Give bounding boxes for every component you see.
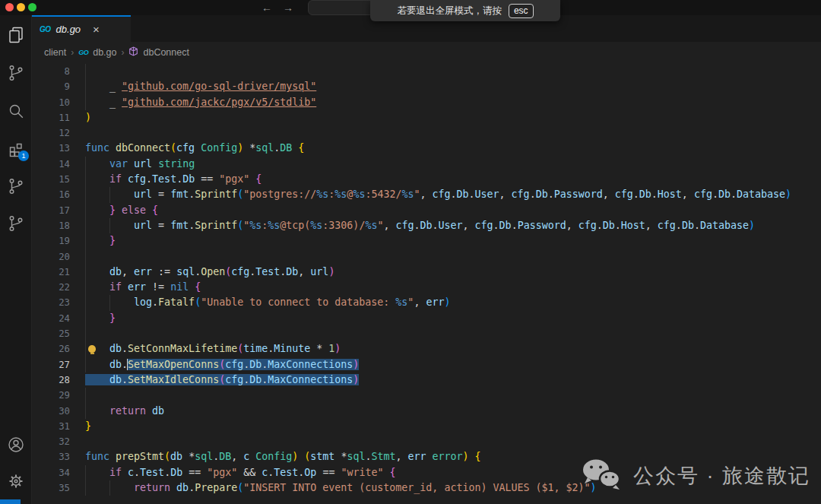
code-line[interactable]: 15 if cfg.Test.Db == "pgx" { xyxy=(32,172,821,187)
line-number: 10 xyxy=(32,95,70,110)
breadcrumb-separator: › xyxy=(71,47,74,58)
line-number: 28 xyxy=(32,372,70,388)
esc-key-hint: esc xyxy=(509,4,534,18)
breadcrumb: client › GO db.go › dbConnect xyxy=(32,42,821,62)
indent-guide xyxy=(85,64,86,79)
close-tab-icon[interactable]: × xyxy=(93,24,100,35)
settings-gear-icon[interactable] xyxy=(7,472,25,490)
indent-guide xyxy=(85,249,86,265)
notification-text: 若要退出全屏模式，请按 xyxy=(397,5,502,17)
close-window-button[interactable] xyxy=(5,3,14,11)
code-line[interactable]: 12 xyxy=(32,125,821,141)
indent-guide xyxy=(85,187,86,202)
indent-guide xyxy=(85,172,86,187)
navigate-back-icon[interactable]: ← xyxy=(259,0,274,15)
code-line[interactable]: 22 if err != nil { xyxy=(32,280,821,295)
code-line[interactable]: 11) xyxy=(32,110,821,125)
wechat-icon xyxy=(580,457,623,495)
code-line[interactable]: 27 db.SetMaxOpenConns(cfg.Db.MaxConnecti… xyxy=(32,357,821,372)
git-fork-secondary-icon[interactable] xyxy=(7,177,25,195)
tab-db-go[interactable]: GO db.go × xyxy=(32,15,131,42)
code-line[interactable]: 19 } xyxy=(32,233,821,249)
breadcrumb-symbol[interactable]: dbConnect xyxy=(143,47,189,58)
breadcrumb-file[interactable]: db.go xyxy=(93,47,116,58)
code-line[interactable]: 10 _ "github.com/jackc/pgx/v5/stdlib" xyxy=(32,95,821,110)
indent-guide xyxy=(85,388,86,403)
code-line[interactable]: 16 url = fmt.Sprintf("postgres://%s:%s@%… xyxy=(32,187,821,202)
line-number: 11 xyxy=(32,110,70,125)
lightbulb-icon[interactable] xyxy=(88,345,96,353)
line-number: 27 xyxy=(32,357,70,372)
code-line[interactable]: 28 db.SetMaxIdleConns(cfg.Db.MaxConnecti… xyxy=(32,372,821,388)
fullscreen-exit-notification: 若要退出全屏模式，请按 esc xyxy=(370,0,560,21)
line-number: 35 xyxy=(32,480,70,496)
line-number: 16 xyxy=(32,187,70,202)
code-editor[interactable]: 89 _ "github.com/go-sql-driver/mysql"10 … xyxy=(32,62,821,504)
status-bar-remote-sliver[interactable] xyxy=(0,499,21,504)
line-number: 33 xyxy=(32,449,70,464)
code-line[interactable]: 29 xyxy=(32,388,821,403)
indent-guide xyxy=(109,218,110,233)
code-line[interactable]: 24 } xyxy=(32,311,821,326)
indent-guide xyxy=(109,480,110,496)
indent-guide xyxy=(85,218,86,233)
tab-label: db.go xyxy=(56,24,81,35)
indent-guide xyxy=(85,326,86,341)
code-line[interactable]: 17 } else { xyxy=(32,203,821,218)
code-line[interactable]: 30 return db xyxy=(32,404,821,419)
line-number: 20 xyxy=(32,249,70,265)
watermark: 公众号 · 旅途散记 xyxy=(580,457,810,495)
line-number: 22 xyxy=(32,280,70,295)
line-number: 34 xyxy=(32,465,70,480)
code-lines: 89 _ "github.com/go-sql-driver/mysql"10 … xyxy=(32,64,821,496)
line-number: 21 xyxy=(32,265,70,280)
minimize-window-button[interactable] xyxy=(17,3,25,11)
breadcrumb-folder[interactable]: client xyxy=(44,47,66,58)
go-file-icon: GO xyxy=(78,49,88,56)
line-number: 14 xyxy=(32,157,70,172)
line-number: 30 xyxy=(32,404,70,419)
line-number: 13 xyxy=(32,141,70,156)
indent-guide xyxy=(85,357,86,372)
search-icon[interactable] xyxy=(7,102,25,120)
line-number: 12 xyxy=(32,125,70,141)
vscode-window: ← → 若要退出全屏模式，请按 esc 1 xyxy=(0,0,821,504)
indent-guide xyxy=(85,311,86,326)
code-line[interactable]: 31} xyxy=(32,419,821,434)
code-line[interactable]: 13func dbConnect(cfg Config) *sql.DB { xyxy=(32,141,821,156)
line-number: 23 xyxy=(32,295,70,310)
indent-guide xyxy=(85,79,86,94)
code-line[interactable]: 20 xyxy=(32,249,821,265)
indent-guide xyxy=(85,95,86,110)
navigate-forward-icon[interactable]: → xyxy=(281,0,296,15)
line-number: 26 xyxy=(32,341,70,357)
code-line[interactable]: 9 _ "github.com/go-sql-driver/mysql" xyxy=(32,79,821,94)
code-line[interactable]: 14 var url string xyxy=(32,157,821,172)
source-control-icon[interactable] xyxy=(7,64,25,82)
code-line[interactable]: 21 db, err := sql.Open(cfg.Test.Db, url) xyxy=(32,265,821,280)
code-line[interactable]: 32 xyxy=(32,434,821,449)
code-line[interactable]: 26 db.SetConnMaxLifetime(time.Minute * 1… xyxy=(32,341,821,357)
account-icon[interactable] xyxy=(7,436,25,454)
code-line[interactable]: 25 xyxy=(32,326,821,341)
indent-guide xyxy=(85,480,86,496)
indent-guide xyxy=(85,157,86,172)
explorer-icon[interactable] xyxy=(7,26,25,44)
zoom-window-button[interactable] xyxy=(28,3,36,11)
breadcrumb-separator: › xyxy=(121,47,124,58)
indent-guide xyxy=(85,203,86,218)
indent-guide xyxy=(85,465,86,480)
code-line[interactable]: 23 log.Fatalf("Unable to connect to data… xyxy=(32,295,821,310)
code-line[interactable]: 18 url = fmt.Sprintf("%s:%s@tcp(%s:3306)… xyxy=(32,218,821,233)
line-number: 25 xyxy=(32,326,70,341)
git-fork-tertiary-icon[interactable] xyxy=(7,214,25,233)
indent-guide xyxy=(109,187,110,202)
symbol-function-icon xyxy=(128,46,138,59)
code-line[interactable]: 8 xyxy=(32,64,821,79)
watermark-text: 公众号 · 旅途散记 xyxy=(633,462,810,490)
indent-guide xyxy=(85,404,86,419)
extensions-icon[interactable]: 1 xyxy=(7,140,25,158)
line-number: 19 xyxy=(32,233,70,249)
line-number: 8 xyxy=(32,64,70,79)
line-number: 31 xyxy=(32,419,70,434)
